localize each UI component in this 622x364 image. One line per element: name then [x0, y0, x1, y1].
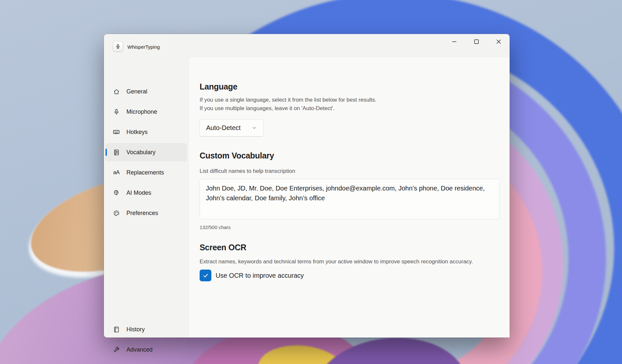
- language-dropdown-value: Auto-Detect: [206, 124, 252, 132]
- custom-vocabulary-heading: Custom Vocabulary: [200, 151, 274, 160]
- sidebar-item-general[interactable]: General: [106, 82, 187, 101]
- sidebar-item-vocabulary[interactable]: Vocabulary: [106, 143, 187, 161]
- sidebar-item-label: General: [126, 88, 147, 95]
- sidebar-item-label: Microphone: [126, 108, 157, 115]
- keyboard-icon: [113, 128, 120, 136]
- journal-icon: [113, 326, 120, 333]
- brain-icon: [113, 189, 120, 196]
- checkmark-icon: [203, 273, 209, 279]
- maximize-icon: [474, 39, 479, 44]
- contact-book-icon: [113, 149, 120, 156]
- language-heading: Language: [200, 82, 237, 91]
- sidebar-item-label: Replacements: [126, 169, 164, 176]
- sidebar-item-replacements[interactable]: aA Replacements: [106, 163, 187, 182]
- sidebar-item-ai-modes[interactable]: AI Modes: [106, 184, 187, 202]
- custom-vocabulary-input[interactable]: John Doe, JD, Mr. Doe, Doe Enterprises, …: [200, 179, 499, 219]
- window-title: WhisperTyping: [127, 44, 160, 50]
- text-case-icon: aA: [113, 169, 120, 176]
- language-description: If you use a single language, select it …: [200, 96, 376, 113]
- chevron-down-icon: [252, 125, 257, 130]
- sidebar-item-label: Hotkeys: [126, 129, 148, 136]
- close-button[interactable]: [491, 36, 506, 47]
- sidebar-item-label: Advanced: [126, 346, 153, 353]
- minimize-icon: [452, 39, 457, 44]
- microphone-icon: [113, 108, 120, 115]
- settings-content-panel: Language If you use a single language, s…: [188, 57, 510, 338]
- sidebar-item-label: AI Modes: [126, 190, 151, 196]
- screen-ocr-description: Extract names, keywords and technical te…: [200, 257, 473, 266]
- sidebar-item-preferences[interactable]: Preferences: [106, 204, 187, 222]
- custom-vocabulary-caption: List difficult names to help transcripti…: [200, 167, 295, 175]
- maximize-button[interactable]: [469, 36, 484, 47]
- sidebar-item-advanced[interactable]: Advanced: [106, 340, 187, 359]
- sidebar-item-history[interactable]: History: [106, 320, 187, 339]
- ocr-checkbox-label: Use OCR to improve accuracy: [216, 272, 304, 279]
- close-icon: [496, 39, 501, 44]
- ocr-checkbox-row: Use OCR to improve accuracy: [200, 269, 304, 282]
- home-icon: [113, 88, 120, 95]
- sidebar-item-label: Preferences: [126, 210, 158, 217]
- screen-ocr-heading: Screen OCR: [200, 243, 246, 252]
- sidebar-item-label: Vocabulary: [126, 149, 156, 156]
- sidebar-item-hotkeys[interactable]: Hotkeys: [106, 123, 187, 141]
- language-dropdown[interactable]: Auto-Detect: [200, 119, 264, 137]
- palette-icon: [113, 209, 120, 217]
- selected-accent-indicator: [106, 149, 107, 156]
- sidebar-item-label: History: [126, 326, 145, 333]
- titlebar[interactable]: WhisperTyping: [104, 34, 510, 57]
- sidebar: General Microphone Hotkeys: [104, 57, 188, 338]
- char-count: 132/500 chars: [200, 224, 231, 230]
- wrench-icon: [113, 346, 120, 353]
- minimize-button[interactable]: [447, 36, 462, 47]
- sidebar-item-microphone[interactable]: Microphone: [106, 103, 187, 121]
- app-window: WhisperTyping General: [104, 34, 510, 338]
- ocr-checkbox[interactable]: [200, 270, 211, 281]
- app-logo-microphone-icon: [113, 41, 123, 52]
